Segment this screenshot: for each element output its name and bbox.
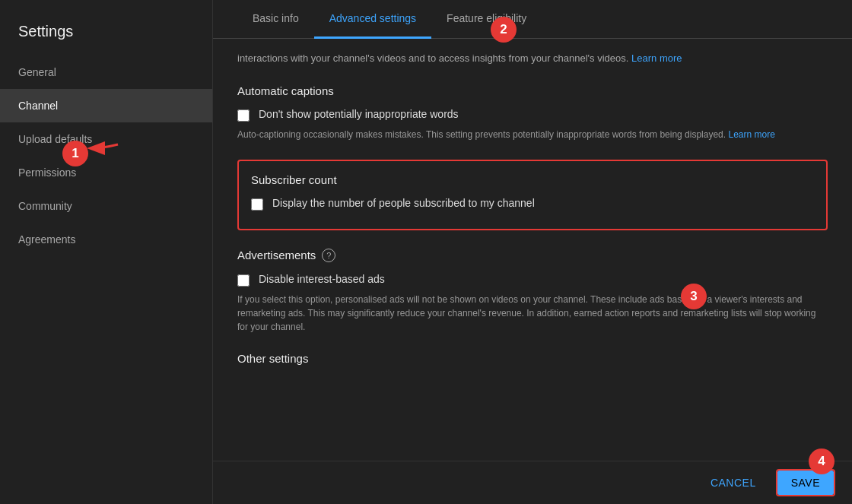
captions-checkbox[interactable] [237,109,250,122]
advertisements-section: Advertisements ? Disable interest-based … [237,249,828,334]
tab-feature-eligibility[interactable]: Feature eligibility [431,0,542,39]
content-area: interactions with your channel's videos … [213,39,852,461]
other-settings-section: Other settings [237,352,828,365]
sidebar-item-permissions[interactable]: Permissions [0,156,212,189]
subscriber-count-section: Subscriber count Display the number of p… [237,160,828,230]
subscriber-checkbox-label: Display the number of people subscribed … [272,197,535,209]
subscriber-count-title: Subscriber count [251,173,814,186]
cancel-button[interactable]: CANCEL [698,471,768,495]
learn-more-link-captions[interactable]: Learn more [728,129,774,140]
ads-desc: If you select this option, personalised … [237,293,828,334]
sidebar-item-general[interactable]: General [0,55,212,89]
sidebar-item-channel[interactable]: Channel [0,89,212,122]
ads-checkbox-row: Disable interest-based ads [237,273,828,287]
sidebar-title: Settings [0,15,212,55]
tab-bar: Basic info Advanced settings Feature eli… [213,0,852,39]
ads-help-icon[interactable]: ? [322,249,335,262]
intro-text: interactions with your channel's videos … [237,51,828,66]
sidebar-item-community[interactable]: Community [0,189,212,223]
sidebar: Settings General Channel Upload defaults… [0,0,213,504]
sidebar-item-upload-defaults[interactable]: Upload defaults [0,122,212,156]
automatic-captions-title: Automatic captions [237,84,828,97]
subscriber-checkbox-row: Display the number of people subscribed … [251,197,814,211]
ads-checkbox[interactable] [237,274,250,287]
app-container: 1 2 3 4 Settings General [0,0,852,504]
save-button[interactable]: SAVE [777,471,834,495]
ads-title: Advertisements [237,249,316,262]
automatic-captions-section: Automatic captions Don't show potentiall… [237,84,828,141]
ads-title-row: Advertisements ? [237,249,828,262]
subscriber-checkbox[interactable] [251,198,263,211]
tab-advanced-settings[interactable]: Advanced settings [314,0,431,39]
learn-more-link-1[interactable]: Learn more [631,52,682,64]
sidebar-item-agreements[interactable]: Agreements [0,223,212,256]
tab-basic-info[interactable]: Basic info [237,0,314,39]
ads-checkbox-label: Disable interest-based ads [259,273,385,285]
captions-checkbox-label: Don't show potentially inappropriate wor… [259,108,459,120]
footer: CANCEL SAVE [213,461,852,504]
captions-checkbox-row: Don't show potentially inappropriate wor… [237,108,828,122]
main-content: Basic info Advanced settings Feature eli… [213,0,852,504]
captions-desc: Auto-captioning occasionally makes mista… [237,128,828,141]
other-settings-title: Other settings [237,352,828,365]
main-panel: Basic info Advanced settings Feature eli… [213,0,852,504]
